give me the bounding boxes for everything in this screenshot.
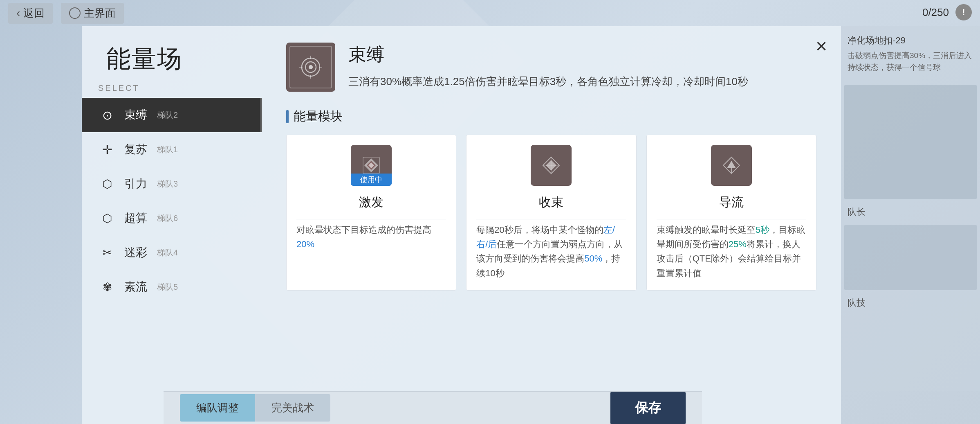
micai-icon: ✂ <box>98 244 116 262</box>
module-title: 能量模块 <box>286 108 816 125</box>
shushu-team: 梯队2 <box>157 110 178 121</box>
main-menu-button[interactable]: 主界面 <box>61 3 124 24</box>
skill-info: 束缚 三消有30%概率造成1.25倍伤害并眩晕目标3秒，各角色独立计算冷却，冷却… <box>348 43 816 90</box>
chaosuan-icon: ⬡ <box>98 209 116 227</box>
jifa-highlight: 20% <box>296 239 314 249</box>
skill-title: 束缚 <box>348 43 816 67</box>
save-button[interactable]: 保存 <box>610 392 686 424</box>
buff-title: 净化场地扣-29 <box>848 34 973 47</box>
shoushu-name: 收束 <box>539 194 563 211</box>
module-card-daoliu[interactable]: 导流 束缚触发的眩晕时长延至5秒，目标眩晕期间所受伤害的25%将累计，换人攻击后… <box>646 135 816 291</box>
daoliu-divider <box>657 219 806 219</box>
chaosuan-name: 超算 <box>124 210 147 226</box>
module-section: 能量模块 使用中 激发 <box>286 108 816 291</box>
jifa-name: 激发 <box>359 194 383 211</box>
sidebar-item-shushu[interactable]: ⊙ 束缚 梯队2 <box>82 98 262 132</box>
tactics-label: 完美战术 <box>271 401 314 414</box>
daoliu-icon <box>721 155 742 176</box>
skill-label: 队技 <box>841 293 980 312</box>
save-label: 保存 <box>635 400 661 415</box>
select-label: SELECT <box>82 83 262 93</box>
svg-point-2 <box>309 65 313 69</box>
suliu-icon: ✾ <box>98 278 116 296</box>
micai-name: 迷彩 <box>124 245 147 260</box>
skill-icon-svg <box>298 55 323 79</box>
svg-point-0 <box>302 58 320 76</box>
chaosuan-team: 梯队6 <box>157 213 178 224</box>
close-icon: × <box>816 35 827 57</box>
yinli-team: 梯队3 <box>157 178 178 189</box>
fusu-name: 复苏 <box>124 142 147 157</box>
skill-main-icon <box>286 43 335 92</box>
tactics-button[interactable]: 完美战术 <box>255 394 330 422</box>
adjust-button[interactable]: 编队调整 <box>180 394 255 422</box>
character-image <box>844 85 977 199</box>
back-button[interactable]: ‹ 返回 <box>8 3 53 24</box>
suliu-name: 素流 <box>124 279 147 295</box>
shoushu-desc: 每隔20秒后，将场中某个怪物的左/右/后任意一个方向置为弱点方向，从该方向受到的… <box>476 223 626 280</box>
bottom-left-buttons: 编队调整 完美战术 <box>164 394 330 422</box>
yinli-icon: ⬡ <box>98 175 116 193</box>
sidebar-item-micai[interactable]: ✂ 迷彩 梯队4 <box>82 235 262 270</box>
buff-desc: 击破弱点伤害提高30%，三消后进入持续状态，获得一个信号球 <box>848 50 973 73</box>
bottom-bar: 编队调整 完美战术 保存 <box>164 391 702 424</box>
right-panel: 净化场地扣-29 击破弱点伤害提高30%，三消后进入持续状态，获得一个信号球 队… <box>841 26 980 391</box>
jifa-divider <box>296 219 446 219</box>
skill-desc: 三消有30%概率造成1.25倍伤害并眩晕目标3秒，各角色独立计算冷却，冷却时间1… <box>348 73 816 90</box>
svg-marker-16 <box>727 161 736 168</box>
suliu-team: 梯队5 <box>157 282 178 293</box>
svg-point-1 <box>305 62 316 72</box>
shoushu-icon-bg <box>531 145 572 186</box>
circle-icon <box>69 7 81 19</box>
daoliu-icon-bg <box>711 145 752 186</box>
micai-team: 梯队4 <box>157 247 178 258</box>
fusu-team: 梯队1 <box>157 144 178 155</box>
in-use-badge: 使用中 <box>351 174 392 186</box>
main-menu-label: 主界面 <box>84 6 116 20</box>
shushu-name: 束缚 <box>124 107 147 123</box>
jifa-desc: 对眩晕状态下目标造成的伤害提高20% <box>296 223 446 251</box>
skill-header: 束缚 三消有30%概率造成1.25倍伤害并眩晕目标3秒，各角色独立计算冷却，冷却… <box>286 43 816 92</box>
shoushu-divider <box>476 219 626 219</box>
daoliu-highlight2: 25% <box>729 239 747 249</box>
top-bar: ‹ 返回 主界面 <box>0 0 980 26</box>
sidebar-item-chaosuan[interactable]: ⬡ 超算 梯队6 <box>82 201 262 235</box>
shoushu-icon <box>541 155 561 176</box>
buff-info: 净化场地扣-29 击破弱点伤害提高30%，三消后进入持续状态，获得一个信号球 <box>841 26 980 81</box>
module-cards: 使用中 激发 对眩晕状态下目标造成的伤害提高20% <box>286 135 816 291</box>
shoushu-highlight1: 左/右/后 <box>476 225 615 249</box>
back-label: 返回 <box>23 6 45 20</box>
sidebar-item-suliu[interactable]: ✾ 素流 梯队5 <box>82 270 262 304</box>
jifa-icon <box>361 155 381 176</box>
skill-sidebar: SELECT ⊙ 束缚 梯队2 ✛ 复苏 梯队1 ⬡ 引力 梯队3 ⬡ 超算 梯… <box>82 26 262 391</box>
back-chevron-icon: ‹ <box>16 7 20 20</box>
adjust-label: 编队调整 <box>196 401 239 414</box>
sidebar-item-fusu[interactable]: ✛ 复苏 梯队1 <box>82 132 262 167</box>
shoushu-highlight2: 50% <box>584 253 602 264</box>
sidebar-item-yinli[interactable]: ⬡ 引力 梯队3 <box>82 167 262 201</box>
jifa-icon-bg: 使用中 <box>351 145 392 186</box>
shushu-icon: ⊙ <box>98 106 116 124</box>
daoliu-highlight1: 5秒 <box>756 225 769 235</box>
daoliu-desc: 束缚触发的眩晕时长延至5秒，目标眩晕期间所受伤害的25%将累计，换人攻击后（QT… <box>657 223 806 280</box>
team-label: 队长 <box>841 203 980 221</box>
close-button[interactable]: × <box>810 34 833 57</box>
main-content: × 能量场 SELECT ⊙ 束缚 梯队2 ✛ 复苏 梯队1 ⬡ 引力 梯队3 … <box>82 26 841 424</box>
skill-detail-area: 束缚 三消有30%概率造成1.25倍伤害并眩晕目标3秒，各角色独立计算冷却，冷却… <box>262 26 841 391</box>
module-card-jifa[interactable]: 使用中 激发 对眩晕状态下目标造成的伤害提高20% <box>286 135 456 291</box>
skill-placeholder <box>844 225 977 290</box>
module-card-shoushu[interactable]: 收束 每隔20秒后，将场中某个怪物的左/右/后任意一个方向置为弱点方向，从该方向… <box>466 135 636 291</box>
daoliu-name: 导流 <box>719 194 744 211</box>
fusu-icon: ✛ <box>98 140 116 158</box>
yinli-name: 引力 <box>124 176 147 192</box>
